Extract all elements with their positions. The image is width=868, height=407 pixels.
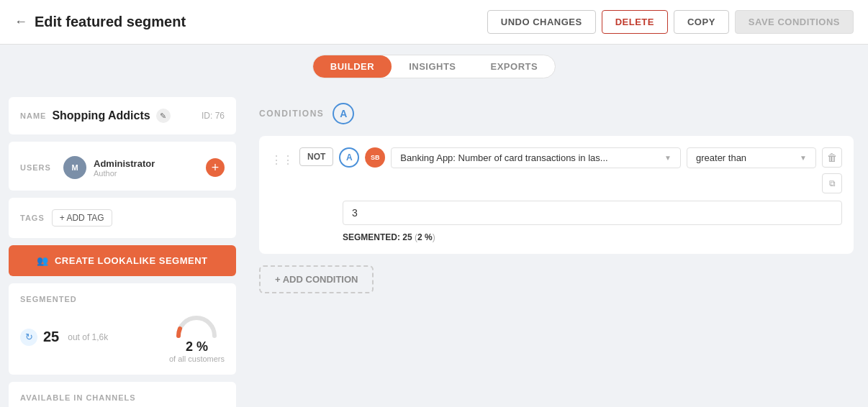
add-tag-button[interactable]: + ADD TAG — [52, 209, 112, 227]
drag-handle[interactable]: ⋮⋮ — [271, 153, 294, 167]
right-buttons: 🗑 ⧉ — [822, 147, 842, 193]
copy-button[interactable]: COPY — [674, 10, 729, 34]
main-layout: NAME Shopping Addicts ✎ ID: 76 USERS M A… — [0, 88, 868, 407]
operator-dropdown-arrow: ▼ — [800, 154, 807, 162]
users-card: USERS M Administrator Author + — [9, 142, 236, 191]
tabs-container: BUILDER INSIGHTS EXPORTS — [312, 55, 556, 78]
segmented-row: ↻ 25 out of 1,6k 2 % of all customers — [20, 311, 225, 363]
tags-row: TAGS + ADD TAG — [20, 209, 225, 227]
operator-select[interactable]: greater than ▼ — [687, 147, 816, 168]
segment-id: ID: 76 — [202, 111, 225, 121]
user-info: Administrator Author — [94, 158, 199, 178]
field-text: Banking App: Number of card transactions… — [400, 152, 607, 163]
content-area: CONDITIONS A ⋮⋮ NOT A SB Banking App: Nu… — [245, 88, 868, 407]
users-row: USERS M Administrator Author + — [20, 156, 225, 179]
lookalike-label: CREATE LOOKALIKE SEGMENT — [55, 255, 208, 266]
copy-condition-button[interactable]: ⧉ — [822, 173, 842, 193]
out-of-text: out of 1,6k — [68, 332, 108, 342]
segmented-info-percent: 2 % — [417, 232, 433, 242]
back-button[interactable]: ← — [14, 14, 27, 29]
condition-block: ⋮⋮ NOT A SB Banking App: Number of card … — [259, 136, 854, 254]
name-card: NAME Shopping Addicts ✎ ID: 76 — [9, 97, 236, 134]
segmented-card: SEGMENTED ↻ 25 out of 1,6k 2 % of all cu… — [9, 283, 236, 375]
segmented-label: SEGMENTED — [20, 295, 225, 303]
name-row: NAME Shopping Addicts ✎ ID: 76 — [20, 109, 225, 123]
name-label: NAME — [20, 111, 46, 120]
condition-field-select[interactable]: Banking App: Number of card transactions… — [391, 147, 681, 168]
operator-text: greater than — [696, 152, 746, 163]
tab-exports[interactable]: EXPORTS — [474, 55, 556, 78]
not-badge[interactable]: NOT — [299, 147, 333, 166]
segmented-count: ↻ 25 out of 1,6k — [20, 329, 108, 346]
users-label: USERS — [20, 163, 56, 172]
user-name: Administrator — [94, 158, 199, 169]
users-icon: 👥 — [37, 255, 49, 266]
page-title: Edit featured segment — [35, 14, 186, 30]
header-left: ← Edit featured segment — [14, 14, 186, 30]
undo-button[interactable]: UNDO CHANGES — [487, 10, 596, 34]
back-icon: ← — [14, 14, 27, 29]
tabs-bar: BUILDER INSIGHTS EXPORTS — [0, 45, 868, 88]
tab-builder[interactable]: BUILDER — [313, 55, 392, 78]
edit-name-button[interactable]: ✎ — [156, 109, 171, 123]
create-lookalike-button[interactable]: 👥 CREATE LOOKALIKE SEGMENT — [9, 245, 236, 276]
gauge-percent: 2 % — [169, 339, 225, 355]
count-number: 25 — [43, 329, 59, 345]
sb-badge: SB — [365, 147, 385, 168]
avatar: M — [63, 156, 86, 179]
tab-insights[interactable]: INSIGHTS — [392, 55, 473, 78]
tags-label: TAGS — [20, 214, 45, 222]
add-condition-button[interactable]: + ADD CONDITION — [259, 265, 374, 293]
delete-condition-button[interactable]: 🗑 — [822, 147, 842, 168]
field-dropdown-arrow: ▼ — [664, 154, 672, 162]
value-input-row — [271, 201, 842, 225]
gauge-sub: of all customers — [169, 355, 225, 363]
condition-a-badge: A — [339, 147, 359, 168]
condition-row: ⋮⋮ NOT A SB Banking App: Number of card … — [271, 147, 842, 193]
header-actions: UNDO CHANGES DELETE COPY SAVE CONDITIONS — [487, 10, 854, 34]
conditions-badge: A — [333, 103, 354, 124]
channels-card: AVAILABLE IN CHANNELS Emails 0 out of 0 — [9, 382, 236, 407]
add-user-button[interactable]: + — [206, 158, 225, 177]
delete-button[interactable]: DELETE — [602, 10, 668, 34]
sidebar: NAME Shopping Addicts ✎ ID: 76 USERS M A… — [0, 88, 245, 407]
tags-card: TAGS + ADD TAG — [9, 198, 236, 238]
segmented-info-count: 25 — [402, 232, 412, 242]
condition-segmented-info: SEGMENTED: 25 (2 %) — [271, 232, 842, 242]
conditions-header: CONDITIONS A — [259, 103, 854, 124]
value-input[interactable] — [343, 201, 842, 225]
gauge-chart — [175, 311, 218, 339]
gauge-container: 2 % of all customers — [169, 311, 225, 363]
segment-name: Shopping Addicts — [52, 109, 150, 122]
user-role: Author — [94, 169, 199, 178]
header: ← Edit featured segment UNDO CHANGES DEL… — [0, 0, 868, 45]
segmented-info-label: SEGMENTED: — [343, 232, 400, 242]
channels-label: AVAILABLE IN CHANNELS — [20, 393, 225, 402]
conditions-label: CONDITIONS — [259, 109, 324, 119]
save-conditions-button[interactable]: SAVE CONDITIONS — [735, 10, 854, 34]
refresh-icon[interactable]: ↻ — [20, 329, 37, 346]
